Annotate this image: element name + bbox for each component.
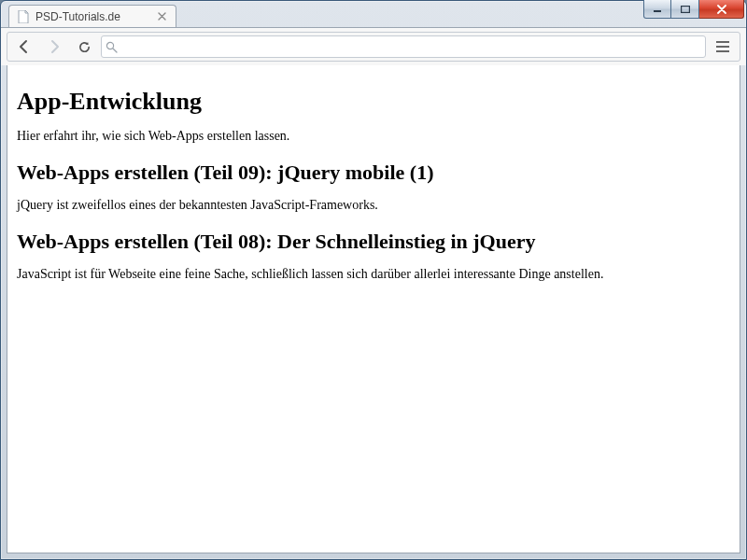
toolbar-container (1, 27, 746, 65)
window-controls (643, 0, 744, 19)
page-heading: App-Entwicklung (17, 88, 730, 116)
svg-rect-4 (716, 41, 729, 43)
menu-button[interactable] (710, 35, 736, 59)
svg-rect-6 (716, 50, 729, 52)
close-button[interactable] (699, 0, 744, 19)
article-text: JavaScript ist für Webseite eine feine S… (17, 267, 730, 282)
svg-rect-0 (654, 10, 661, 12)
search-icon (106, 41, 118, 53)
browser-tab[interactable]: PSD-Tutorials.de (8, 5, 176, 27)
article-title: Web-Apps erstellen (Teil 09): jQuery mob… (17, 161, 730, 185)
url-input[interactable] (121, 37, 701, 56)
maximize-button[interactable] (671, 0, 699, 19)
reload-button[interactable] (71, 35, 97, 59)
tab-title: PSD-Tutorials.de (35, 10, 149, 23)
svg-point-2 (106, 42, 113, 49)
browser-window: PSD-Tutorials.de (0, 0, 747, 560)
file-icon (17, 10, 30, 23)
page-content: App-Entwicklung Hier erfahrt ihr, wie si… (7, 65, 740, 304)
page-viewport[interactable]: App-Entwicklung Hier erfahrt ihr, wie si… (7, 65, 740, 553)
forward-button[interactable] (41, 35, 67, 59)
minimize-button[interactable] (643, 0, 671, 19)
article-text: jQuery ist zweifellos eines der bekannte… (17, 198, 730, 213)
tab-close-icon[interactable] (155, 10, 168, 23)
svg-rect-5 (716, 46, 729, 48)
browser-toolbar (7, 32, 740, 62)
article-title: Web-Apps erstellen (Teil 08): Der Schnel… (17, 230, 730, 254)
svg-line-3 (113, 49, 117, 52)
svg-rect-1 (681, 6, 689, 12)
address-bar[interactable] (101, 35, 706, 58)
page-intro: Hier erfahrt ihr, wie sich Web-Apps erst… (17, 129, 730, 144)
back-button[interactable] (11, 35, 37, 59)
